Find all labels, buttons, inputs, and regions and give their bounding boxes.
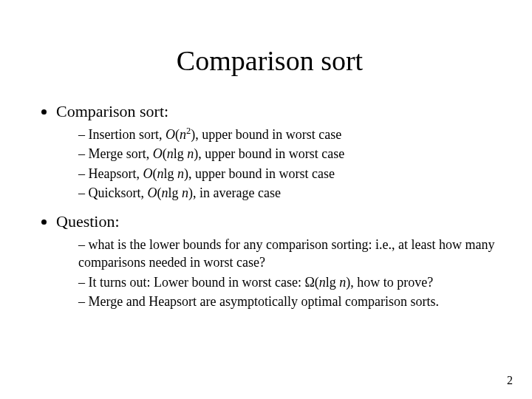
big-o: O bbox=[166, 127, 175, 142]
question-list: what is the lower bounds for any compari… bbox=[56, 236, 502, 310]
alg-merge: Merge sort, O(nlg n), upper bound in wor… bbox=[78, 145, 502, 163]
var-n2: n bbox=[187, 146, 194, 161]
algorithm-list: Insertion sort, O(n2), upper bound in wo… bbox=[56, 126, 502, 202]
rest: ), upper bound in worst case bbox=[191, 127, 341, 142]
question-how-to-prove: It turns out: Lower bound in worst case:… bbox=[78, 273, 502, 291]
var-n2: n bbox=[182, 185, 188, 200]
lg: lg bbox=[163, 166, 177, 181]
big-o: O bbox=[143, 166, 152, 181]
rest: ), upper bound in worst case bbox=[184, 166, 335, 181]
alg-lead: Quicksort, bbox=[89, 185, 148, 200]
bullet-text: Question: bbox=[56, 212, 120, 231]
lg: lg bbox=[174, 146, 188, 161]
var-n1: n bbox=[167, 146, 174, 161]
big-o: O bbox=[153, 146, 163, 161]
q2-lead: It turns out: Lower bound in worst case: bbox=[89, 275, 305, 290]
rest: ), upper bound in worst case bbox=[194, 146, 344, 161]
lg: lg bbox=[326, 275, 340, 290]
bullet-list: Comparison sort: Insertion sort, O(n2), … bbox=[37, 102, 502, 310]
lg: lg bbox=[168, 185, 183, 200]
var-n1: n bbox=[319, 275, 326, 290]
slide: Comparison sort Comparison sort: Inserti… bbox=[0, 0, 532, 399]
q2-rest: ), how to prove? bbox=[346, 275, 433, 290]
omega: Ω bbox=[304, 275, 314, 290]
rest: ), in average case bbox=[188, 185, 281, 200]
var-n: n bbox=[180, 127, 186, 142]
alg-lead: Heapsort, bbox=[89, 166, 143, 181]
alg-lead: Insertion sort, bbox=[89, 127, 166, 142]
slide-title: Comparison sort bbox=[37, 44, 502, 77]
big-o: O bbox=[148, 185, 157, 200]
question-lower-bounds: what is the lower bounds for any compari… bbox=[78, 236, 502, 272]
bullet-text: Comparison sort: bbox=[56, 102, 168, 120]
alg-insertion: Insertion sort, O(n2), upper bound in wo… bbox=[78, 126, 502, 143]
bullet-comparison-sort: Comparison sort: Insertion sort, O(n2), … bbox=[56, 102, 502, 202]
bullet-question: Question: what is the lower bounds for a… bbox=[56, 212, 502, 310]
alg-heap: Heapsort, O(nlg n), upper bound in worst… bbox=[78, 165, 502, 183]
var-n2: n bbox=[339, 275, 346, 290]
alg-quick: Quicksort, O(nlg n), in average case bbox=[78, 184, 502, 202]
var-n2: n bbox=[177, 166, 184, 181]
alg-lead: Merge sort, bbox=[89, 146, 153, 161]
question-optimal: Merge and Heapsort are asymptotically op… bbox=[78, 293, 502, 310]
page-number: 2 bbox=[507, 374, 513, 387]
var-n1: n bbox=[162, 185, 168, 200]
